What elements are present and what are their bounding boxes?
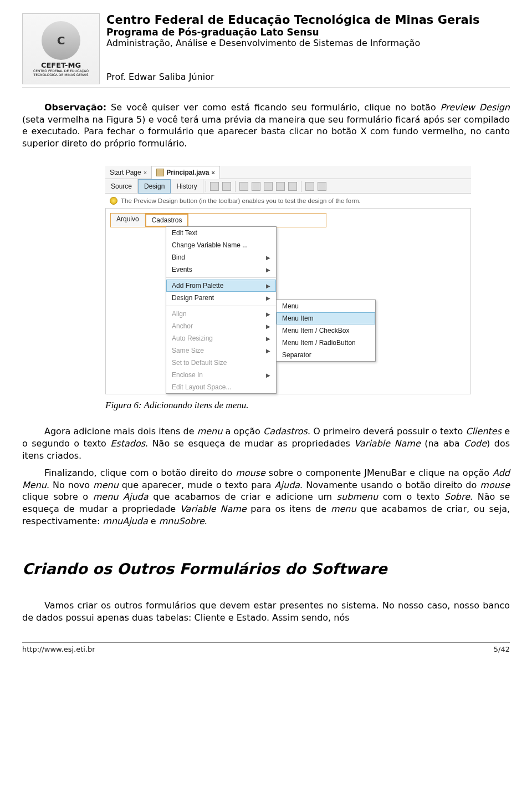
institution-title: Centro Federal de Educação Tecnológica d… xyxy=(106,13,510,27)
text-italic: Sobre xyxy=(444,491,470,502)
view-history[interactable]: History xyxy=(171,179,203,194)
text-italic: mnuSobre xyxy=(159,516,204,526)
context-menu: Edit Text Change Variable Name ... Bind▶… xyxy=(166,226,277,394)
program-title: Programa de Pós-graduação Lato Sensu xyxy=(106,27,510,38)
chevron-right-icon: ▶ xyxy=(266,348,270,354)
toolbar-separator xyxy=(206,181,206,192)
ctx-add-from-palette[interactable]: Add From Palette▶ xyxy=(166,280,276,292)
sub-menu-item-checkbox[interactable]: Menu Item / CheckBox xyxy=(277,324,375,337)
section-heading: Criando os Outros Formulários do Softwar… xyxy=(22,560,510,577)
menu-separator xyxy=(166,306,276,306)
paragraph-4: Vamos criar os outros formulários que de… xyxy=(22,600,510,623)
toolbar-icon[interactable] xyxy=(222,182,231,191)
editor-tabs: Start Page × Principal.java × xyxy=(105,166,471,179)
text-italic: menu xyxy=(93,480,119,490)
observation-label: Observação: xyxy=(44,102,106,113)
text-italic: submenu xyxy=(337,491,378,502)
course-title: Administração, Análise e Desenvolvimento… xyxy=(106,38,510,48)
text-italic: Ajuda xyxy=(275,480,300,490)
text-italic: Cadastros xyxy=(263,426,308,437)
ide-window: Start Page × Principal.java × Source Des… xyxy=(105,166,471,394)
toolbar-icon[interactable] xyxy=(288,182,297,191)
ctx-change-variable-name[interactable]: Change Variable Name ... xyxy=(166,239,276,251)
text: Agora adicione mais dois itens de xyxy=(44,426,197,437)
text-italic: menu xyxy=(197,426,223,437)
text: sobre o componente JMenuBar e clique na … xyxy=(265,468,493,478)
text: . O primeiro deverá possuir o texto xyxy=(308,426,466,437)
ctx-design-parent[interactable]: Design Parent▶ xyxy=(166,292,276,304)
ctx-events[interactable]: Events▶ xyxy=(166,263,276,276)
ctx-same-size: Same Size▶ xyxy=(166,344,276,357)
sub-separator[interactable]: Separator xyxy=(277,349,375,361)
text-italic: menu xyxy=(331,504,356,514)
toolbar-icon[interactable] xyxy=(239,182,248,191)
sub-menu[interactable]: Menu xyxy=(277,300,375,312)
hint-text: The Preview Design button (in the toolba… xyxy=(121,197,361,204)
menu-separator xyxy=(166,277,276,278)
text-italic: mouse xyxy=(236,468,265,478)
logo-name: CEFET-MG xyxy=(41,61,81,69)
ctx-align: Align▶ xyxy=(166,308,276,320)
close-icon[interactable]: × xyxy=(212,169,215,176)
chevron-right-icon: ▶ xyxy=(266,267,270,273)
professor-name: Prof. Edwar Saliba Júnior xyxy=(106,72,510,82)
toolbar-icon[interactable] xyxy=(305,182,314,191)
ctx-set-default-size: Set to Default Size xyxy=(166,357,276,369)
logo-mark: C xyxy=(42,21,80,60)
figure-ide-screenshot: Start Page × Principal.java × Source Des… xyxy=(105,166,471,394)
text: (seta vermelha na Figura 5) e você terá … xyxy=(22,114,510,149)
text-italic: mnuAjuda xyxy=(103,516,147,526)
chevron-right-icon: ▶ xyxy=(266,295,270,301)
toolbar-icon[interactable] xyxy=(252,182,260,191)
page-footer: http://www.esj.eti.br 5/42 xyxy=(22,642,510,653)
ctx-auto-resizing: Auto Resizing▶ xyxy=(166,332,276,344)
ctx-edit-text[interactable]: Edit Text xyxy=(166,227,276,239)
text: que aparecer, mude o texto para xyxy=(119,480,275,490)
footer-url: http://www.esj.eti.br xyxy=(22,645,95,653)
sub-menu-item[interactable]: Menu Item xyxy=(277,312,375,324)
toolbar-icon[interactable] xyxy=(318,182,326,191)
chevron-right-icon: ▶ xyxy=(266,372,270,378)
text: e xyxy=(148,516,159,526)
close-icon[interactable]: × xyxy=(144,169,147,176)
toolbar-icon[interactable] xyxy=(264,182,273,191)
tab-start-page[interactable]: Start Page × xyxy=(105,166,152,179)
java-file-icon xyxy=(156,169,164,176)
chevron-right-icon: ▶ xyxy=(266,311,270,317)
text: que acabamos de criar e adicione um xyxy=(149,491,337,502)
text: . Não se esqueça de mudar as propriedade… xyxy=(145,438,354,449)
text: . xyxy=(204,516,207,526)
designer-hint: The Preview Design button (in the toolba… xyxy=(105,194,471,208)
page-header: C CEFET-MG CENTRO FEDERAL DE EDUCAÇÃO TE… xyxy=(22,13,510,88)
view-design[interactable]: Design xyxy=(138,179,171,194)
text-italic: Estados xyxy=(110,438,145,449)
ctx-enclose-in: Enclose In▶ xyxy=(166,369,276,381)
text: . No novo xyxy=(47,480,93,490)
toolbar-icon[interactable] xyxy=(276,182,285,191)
ctx-bind[interactable]: Bind▶ xyxy=(166,251,276,263)
observation-paragraph: Observação: Se você quiser ver como está… xyxy=(22,101,510,149)
tab-principal-java[interactable]: Principal.java × xyxy=(152,166,220,179)
view-source[interactable]: Source xyxy=(105,179,138,194)
text-italic: Code xyxy=(464,438,487,449)
toolbar-separator xyxy=(301,181,301,192)
toolbar-icon[interactable] xyxy=(210,182,219,191)
menu-cadastros[interactable]: Cadastros xyxy=(145,214,189,227)
chevron-right-icon: ▶ xyxy=(266,283,270,289)
footer-page: 5/42 xyxy=(494,645,510,653)
jmenubar[interactable]: Arquivo Cadastros xyxy=(110,213,326,227)
ctx-edit-layout-space: Edit Layout Space... xyxy=(166,381,276,393)
text: Finalizando, clique com o botão direito … xyxy=(44,468,236,478)
text: Se você quiser ver como está ficando seu… xyxy=(106,102,440,113)
lightbulb-icon xyxy=(110,197,117,205)
text: clique sobre o xyxy=(22,491,93,502)
paragraph-3: Finalizando, clique com o botão direito … xyxy=(22,467,510,527)
text: (na aba xyxy=(421,438,464,449)
sub-menu-item-radiobutton[interactable]: Menu Item / RadioButton xyxy=(277,337,375,349)
menu-arquivo[interactable]: Arquivo xyxy=(111,214,145,227)
context-menu-group: Edit Text Change Variable Name ... Bind▶… xyxy=(166,226,470,394)
submenu-add-from-palette: Menu Menu Item Menu Item / CheckBox Menu… xyxy=(276,300,376,362)
toolbar-separator xyxy=(235,181,236,192)
document-body: Observação: Se você quiser ver como está… xyxy=(22,101,510,623)
ctx-anchor: Anchor▶ xyxy=(166,320,276,332)
